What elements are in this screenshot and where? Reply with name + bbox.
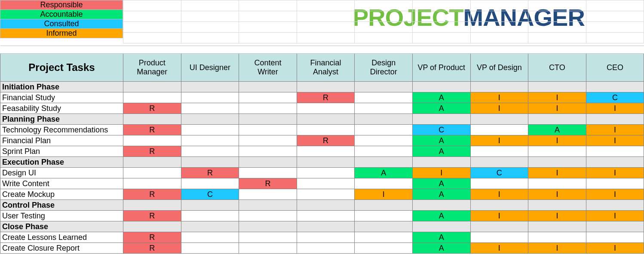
role-header: UI Designer <box>181 54 239 82</box>
raci-cell <box>297 168 355 178</box>
raci-cell: I <box>528 135 586 146</box>
raci-cell: A <box>412 189 470 200</box>
task-name: Create Closure Report <box>0 243 123 254</box>
header-row: Project Tasks ProductManager UI Designer… <box>0 54 644 82</box>
task-row: Financial PlanRAIII <box>0 135 644 146</box>
phase-name: Close Phase <box>0 221 123 232</box>
raci-cell <box>470 146 528 157</box>
raci-cell <box>181 243 239 254</box>
raci-cell: I <box>586 135 644 146</box>
raci-cell: R <box>297 135 355 146</box>
task-row: Write ContentRA <box>0 178 644 189</box>
raci-cell <box>181 232 239 243</box>
raci-cell: I <box>586 125 644 135</box>
task-row: Financial StudyRAIIC <box>0 92 644 103</box>
raci-cell <box>239 168 297 178</box>
phase-row: Initiation Phase <box>0 82 644 92</box>
task-name: Financial Plan <box>0 135 123 146</box>
raci-cell <box>355 178 413 189</box>
raci-cell <box>470 178 528 189</box>
raci-cell <box>297 232 355 243</box>
phase-name: Execution Phase <box>0 157 123 168</box>
raci-cell <box>181 135 239 146</box>
task-row: User TestingRAIII <box>0 211 644 221</box>
raci-cell: I <box>528 168 586 178</box>
raci-cell: A <box>412 178 470 189</box>
raci-table: Project Tasks ProductManager UI Designer… <box>0 46 644 254</box>
raci-cell <box>181 211 239 221</box>
role-header: CTO <box>528 54 586 82</box>
raci-cell: R <box>123 189 181 200</box>
task-row: Create Closure ReportRAIII <box>0 243 644 254</box>
raci-cell: A <box>412 232 470 243</box>
raci-cell <box>355 243 413 254</box>
raci-cell: A <box>412 211 470 221</box>
raci-cell: C <box>470 168 528 178</box>
task-row: Create MockupRCIAIII <box>0 189 644 200</box>
raci-cell: I <box>586 189 644 200</box>
raci-cell <box>355 125 413 135</box>
raci-cell <box>297 146 355 157</box>
raci-cell: I <box>586 168 644 178</box>
raci-cell <box>355 146 413 157</box>
raci-cell <box>528 178 586 189</box>
raci-cell <box>297 103 355 114</box>
raci-cell <box>181 92 239 103</box>
task-row: Design UIRAICII <box>0 168 644 178</box>
raci-cell <box>239 243 297 254</box>
task-name: Feasability Study <box>0 103 123 114</box>
raci-cell <box>239 135 297 146</box>
legend-consulted: Consulted <box>0 19 123 29</box>
raci-cell <box>586 232 644 243</box>
role-header: FinancialAnalyst <box>297 54 355 82</box>
raci-cell <box>297 189 355 200</box>
raci-cell: I <box>586 243 644 254</box>
raci-cell: R <box>123 211 181 221</box>
raci-cell <box>239 103 297 114</box>
raci-cell <box>123 135 181 146</box>
raci-cell <box>123 178 181 189</box>
raci-cell <box>297 178 355 189</box>
task-name: Financial Study <box>0 92 123 103</box>
raci-cell: A <box>412 92 470 103</box>
raci-cell <box>239 189 297 200</box>
raci-cell: I <box>586 103 644 114</box>
raci-cell <box>239 125 297 135</box>
raci-cell <box>355 232 413 243</box>
raci-cell <box>239 92 297 103</box>
raci-cell <box>470 125 528 135</box>
role-header: ProductManager <box>123 54 181 82</box>
raci-cell: I <box>470 189 528 200</box>
task-name: User Testing <box>0 211 123 221</box>
raci-cell: A <box>528 125 586 135</box>
raci-cell <box>355 211 413 221</box>
phase-row: Planning Phase <box>0 114 644 125</box>
raci-cell <box>181 125 239 135</box>
raci-cell: R <box>181 168 239 178</box>
raci-cell: I <box>470 103 528 114</box>
role-header: VP of Design <box>470 54 528 82</box>
role-header: VP of Product <box>412 54 470 82</box>
task-row: Feasability StudyRAIII <box>0 103 644 114</box>
raci-cell: R <box>123 243 181 254</box>
raci-cell: C <box>412 125 470 135</box>
task-row: Technology RecommendationsRCAI <box>0 125 644 135</box>
raci-cell: C <box>586 92 644 103</box>
raci-cell <box>181 178 239 189</box>
raci-cell: R <box>123 146 181 157</box>
phase-name: Control Phase <box>0 200 123 211</box>
raci-cell: I <box>528 211 586 221</box>
raci-cell: I <box>412 168 470 178</box>
raci-cell <box>355 103 413 114</box>
legend-responsible: Responsible <box>0 0 123 10</box>
task-name: Technology Recommendations <box>0 125 123 135</box>
task-name: Write Content <box>0 178 123 189</box>
phase-row: Execution Phase <box>0 157 644 168</box>
raci-cell <box>123 92 181 103</box>
tasks-header: Project Tasks <box>0 54 123 82</box>
raci-cell <box>586 178 644 189</box>
raci-cell: I <box>470 92 528 103</box>
raci-cell <box>297 211 355 221</box>
raci-cell <box>297 243 355 254</box>
raci-cell: I <box>528 189 586 200</box>
